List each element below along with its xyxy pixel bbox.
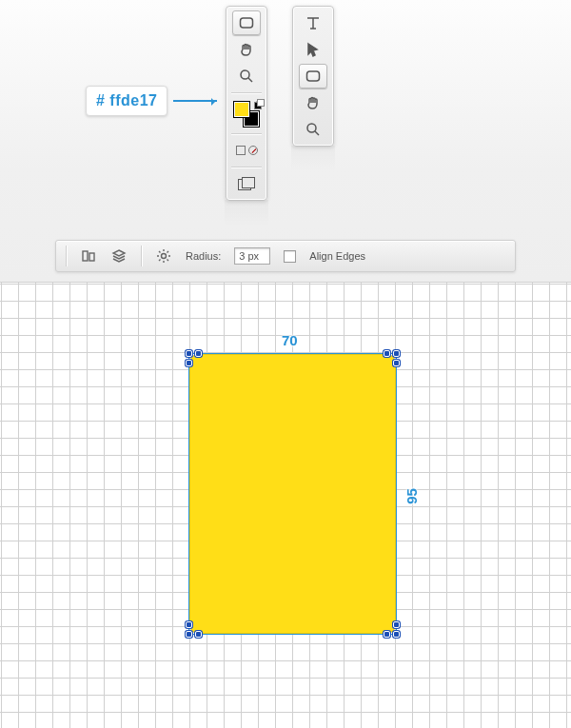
toolbox-right: [292, 6, 334, 147]
hand-tool-button[interactable]: [232, 37, 261, 62]
color-callout: # ffde17: [86, 86, 217, 116]
quick-mask-icon: [233, 141, 260, 160]
path-align-button[interactable]: [80, 247, 97, 265]
options-bar: Radius: 3 px Align Edges: [55, 240, 516, 272]
radius-label: Radius:: [186, 250, 221, 262]
zoom-tool-button[interactable]: [299, 117, 327, 142]
toolbox-divider: [231, 133, 262, 134]
magnifier-icon: [305, 121, 322, 138]
align-edges-label: Align Edges: [309, 250, 365, 262]
top-panel-background: # ffde17 ⇄: [0, 0, 571, 282]
svg-rect-5: [89, 253, 94, 261]
rounded-rectangle-tool-button[interactable]: [232, 10, 261, 35]
screen-mode-icon: [238, 177, 255, 190]
yellow-rounded-rectangle-shape[interactable]: [189, 354, 396, 634]
rounded-rectangle-tool-button[interactable]: [299, 64, 327, 89]
hand-icon: [305, 94, 322, 111]
type-tool-button[interactable]: [299, 10, 327, 35]
selection-handle[interactable]: [393, 631, 400, 638]
toolbox-left: ⇄: [226, 6, 267, 201]
rounded-rectangle-icon: [238, 14, 255, 31]
path-arrange-button[interactable]: [110, 247, 128, 265]
svg-point-1: [241, 70, 249, 79]
toolbox-divider: [231, 92, 262, 93]
color-swatch-stack[interactable]: ⇄: [231, 99, 262, 129]
hand-icon: [238, 41, 255, 58]
radius-input[interactable]: 3 px: [234, 247, 270, 265]
hand-tool-button[interactable]: [299, 90, 327, 115]
color-hex-label: # ffde17: [86, 86, 167, 116]
selection-handle[interactable]: [186, 631, 192, 638]
foreground-color-swatch[interactable]: [233, 101, 250, 118]
toolbox-divider: [231, 167, 262, 167]
options-divider: [141, 246, 142, 266]
svg-rect-0: [241, 18, 253, 28]
magnifier-icon: [238, 68, 255, 85]
canvas[interactable]: 70 95: [0, 282, 571, 728]
layers-icon: [111, 248, 127, 264]
path-selection-tool-button[interactable]: [299, 37, 327, 62]
align-icon: [81, 248, 96, 264]
align-edges-checkbox[interactable]: [284, 250, 296, 263]
svg-rect-4: [83, 251, 88, 261]
zoom-tool-button[interactable]: [232, 64, 261, 89]
screen-mode-button[interactable]: [232, 171, 261, 196]
rounded-rectangle-icon: [305, 68, 322, 85]
radius-value: 3 px: [239, 250, 259, 262]
svg-rect-2: [307, 71, 320, 81]
default-colors-icon[interactable]: [254, 99, 262, 107]
options-divider: [66, 246, 67, 266]
gear-icon: [156, 248, 171, 264]
type-icon: [305, 14, 322, 31]
width-annotation: 70: [282, 332, 298, 348]
quick-mask-button[interactable]: [232, 138, 261, 163]
callout-arrow: [173, 100, 217, 102]
selection-handle[interactable]: [393, 350, 400, 357]
arrow-cursor-icon: [305, 41, 322, 58]
shape-settings-button[interactable]: [155, 247, 172, 265]
svg-point-3: [307, 124, 316, 132]
height-annotation: 95: [404, 488, 420, 504]
svg-point-6: [162, 254, 167, 259]
